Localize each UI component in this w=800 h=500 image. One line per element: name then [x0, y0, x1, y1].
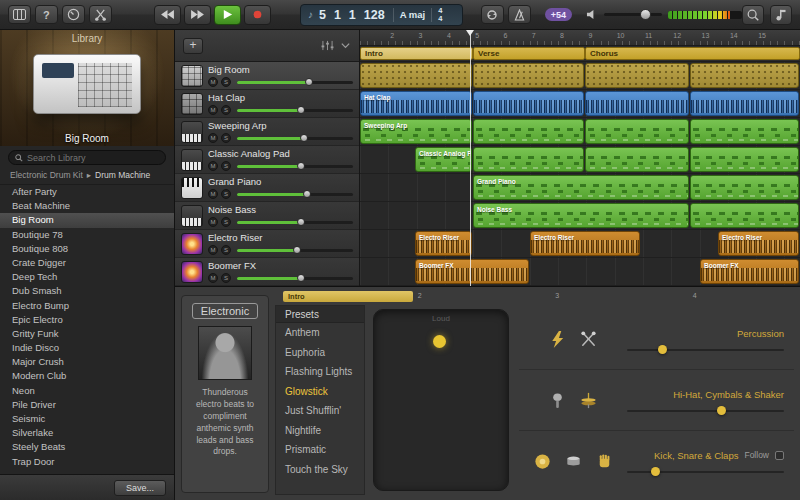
region[interactable]: Sweeping Arp [360, 119, 472, 144]
preset-item[interactable]: Touch the Sky [276, 460, 364, 480]
record-button[interactable] [244, 5, 271, 25]
volume-knob[interactable] [303, 190, 311, 198]
region[interactable] [690, 203, 799, 228]
region[interactable]: Boomer FX [415, 259, 529, 284]
preset-item[interactable]: Nightlife [276, 421, 364, 441]
region[interactable] [690, 147, 799, 172]
arrangement-marker[interactable]: Intro [360, 47, 473, 60]
preset-item[interactable]: Euphoria [276, 343, 364, 363]
volume-slider[interactable] [237, 165, 353, 168]
mute-button[interactable]: M [208, 245, 218, 255]
mute-button[interactable]: M [208, 217, 218, 227]
volume-slider[interactable] [237, 81, 353, 84]
volume-knob[interactable] [300, 134, 308, 142]
xy-pad[interactable]: Loud Soft [373, 309, 509, 491]
group-slider[interactable] [627, 349, 784, 351]
group-slider[interactable] [627, 471, 784, 473]
slider-knob[interactable] [717, 406, 726, 415]
slider-knob[interactable] [658, 345, 667, 354]
library-item[interactable]: Silverlake [0, 426, 174, 440]
volume-knob[interactable] [305, 78, 313, 86]
solo-button[interactable]: S [221, 273, 231, 283]
follow-checkbox[interactable] [775, 451, 784, 460]
arrangement-marker[interactable]: Chorus [585, 47, 800, 60]
mixer-icon[interactable] [321, 40, 334, 51]
region[interactable] [585, 91, 689, 116]
add-track-button[interactable]: + [183, 38, 203, 54]
arrangement-marker[interactable]: Intro [283, 291, 413, 302]
library-item[interactable]: Neon [0, 384, 174, 398]
solo-button[interactable]: S [221, 189, 231, 199]
volume-slider[interactable] [237, 137, 353, 140]
region[interactable]: Electro Riser [415, 231, 472, 256]
volume-slider[interactable] [237, 109, 353, 112]
volume-knob[interactable] [297, 218, 305, 226]
solo-button[interactable]: S [221, 105, 231, 115]
library-item[interactable]: Crate Digger [0, 256, 174, 270]
library-item[interactable]: Steely Beats [0, 440, 174, 454]
region[interactable] [360, 63, 472, 88]
volume-slider[interactable] [237, 193, 353, 196]
solo-button[interactable]: S [221, 245, 231, 255]
track-header[interactable]: Boomer FXMS [175, 258, 359, 286]
library-item[interactable]: Seismic [0, 412, 174, 426]
track-header[interactable]: Big RoomMS [175, 62, 359, 90]
region[interactable]: Grand Piano [473, 175, 689, 200]
region[interactable]: Hat Clap [360, 91, 472, 116]
editors-button[interactable] [89, 5, 112, 24]
region[interactable] [473, 119, 584, 144]
region[interactable] [585, 147, 689, 172]
media-browser-button[interactable] [770, 5, 792, 25]
track-header[interactable]: Sweeping ArpMS [175, 118, 359, 146]
library-item[interactable]: Gritty Funk [0, 327, 174, 341]
track-header[interactable]: Classic Analog PadMS [175, 146, 359, 174]
metronome-button[interactable] [508, 5, 531, 24]
smart-controls-button[interactable] [62, 5, 85, 24]
slider-knob[interactable] [651, 467, 660, 476]
library-item[interactable]: Pile Driver [0, 398, 174, 412]
region[interactable] [690, 63, 799, 88]
forward-button[interactable] [184, 5, 211, 25]
library-item[interactable]: Modern Club [0, 369, 174, 383]
search-input[interactable] [27, 153, 159, 163]
volume-slider[interactable] [237, 277, 353, 280]
library-item[interactable]: Big Room [0, 213, 174, 227]
solo-button[interactable]: S [221, 217, 231, 227]
solo-button[interactable]: S [221, 133, 231, 143]
group-slider[interactable] [627, 410, 784, 412]
volume-knob[interactable] [293, 246, 301, 254]
mute-button[interactable]: M [208, 273, 218, 283]
region[interactable] [690, 175, 799, 200]
volume-knob[interactable] [297, 106, 305, 114]
arrangement-marker[interactable]: Verse [473, 47, 585, 60]
mute-button[interactable]: M [208, 133, 218, 143]
save-button[interactable]: Save... [114, 480, 166, 496]
solo-button[interactable]: S [221, 161, 231, 171]
xy-puck[interactable] [433, 335, 446, 348]
volume-knob[interactable] [297, 162, 305, 170]
library-item[interactable]: Epic Electro [0, 313, 174, 327]
region[interactable] [585, 119, 689, 144]
playhead[interactable] [470, 30, 471, 286]
mute-button[interactable]: M [208, 77, 218, 87]
volume-slider[interactable] [237, 221, 353, 224]
library-item[interactable]: Boutique 78 [0, 228, 174, 242]
region[interactable]: Noise Bass [473, 203, 689, 228]
cycle-button[interactable] [481, 5, 504, 24]
library-item[interactable]: Indie Disco [0, 341, 174, 355]
arrange-timeline[interactable]: 23456789101112131415 IntroVerseChorus Ha… [360, 30, 800, 286]
library-item[interactable]: Trap Door [0, 455, 174, 469]
volume-knob[interactable] [640, 9, 651, 20]
library-item[interactable]: Electro Bump [0, 299, 174, 313]
mute-button[interactable]: M [208, 189, 218, 199]
lcd-display[interactable]: ♪ 5 1 1 128 A maj 4 4 [300, 4, 463, 26]
library-item[interactable]: Dub Smash [0, 284, 174, 298]
region[interactable] [473, 63, 584, 88]
track-header[interactable]: Hat ClapMS [175, 90, 359, 118]
region[interactable] [690, 91, 799, 116]
library-item[interactable]: Deep Tech [0, 270, 174, 284]
preset-item[interactable]: Prismatic [276, 440, 364, 460]
master-volume-slider[interactable] [604, 13, 662, 16]
track-header[interactable]: Electro RiserMS [175, 230, 359, 258]
preset-item[interactable]: Anthem [276, 323, 364, 343]
